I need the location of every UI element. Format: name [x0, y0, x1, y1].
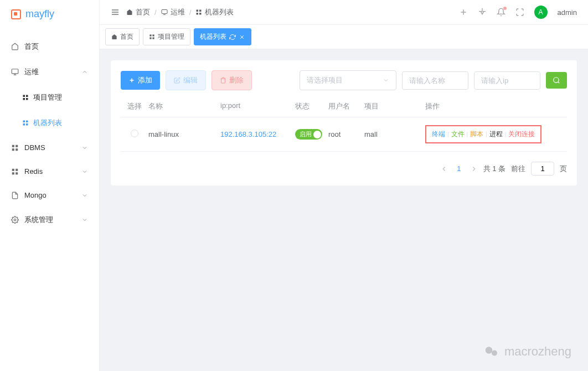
fullscreen-icon[interactable] — [515, 8, 524, 17]
edit-button[interactable]: 编辑 — [166, 70, 206, 90]
sidebar-item-dbms[interactable]: DBMS — [0, 136, 99, 159]
grid-icon — [11, 144, 19, 152]
trash-icon — [220, 77, 226, 84]
logo[interactable]: mayfly — [0, 0, 99, 28]
ip-input[interactable] — [474, 71, 540, 90]
plus-icon[interactable] — [459, 8, 468, 17]
delete-button[interactable]: 删除 — [212, 70, 252, 90]
svg-rect-23 — [162, 10, 167, 14]
svg-rect-12 — [16, 145, 18, 147]
tab-project[interactable]: 项目管理 — [143, 28, 190, 45]
svg-rect-10 — [26, 123, 28, 126]
bell-icon[interactable] — [497, 8, 506, 17]
header: 首页 / 运维 / 机器列表 — [100, 0, 588, 25]
sidebar-item-label: Mongo — [24, 191, 81, 199]
sidebar-item-ops[interactable]: 运维 — [0, 59, 99, 85]
edit-icon — [174, 77, 180, 84]
sidebar-subitem-machine[interactable]: 机器列表 — [0, 110, 99, 136]
notification-dot — [503, 7, 507, 10]
row-status: 启用 — [295, 129, 328, 140]
col-header-user: 用户名 — [328, 101, 364, 111]
svg-rect-9 — [23, 123, 25, 126]
action-close[interactable]: 关闭连接 — [508, 130, 535, 139]
col-header-name: 名称 — [148, 101, 220, 111]
tab-label: 机器列表 — [200, 32, 226, 42]
home-icon — [111, 34, 117, 40]
action-file[interactable]: 文件 — [451, 130, 465, 139]
search-icon — [553, 76, 560, 84]
add-button[interactable]: 添加 — [121, 71, 160, 90]
breadcrumb-item[interactable]: 首页 — [126, 7, 150, 17]
watermark: macrozheng — [483, 343, 571, 360]
sidebar-item-label: 系统管理 — [24, 215, 81, 225]
status-toggle[interactable]: 启用 — [295, 129, 322, 140]
svg-rect-32 — [149, 34, 151, 36]
table-header: 选择 名称 ip:port 状态 用户名 项目 操作 — [121, 96, 567, 117]
home-icon — [11, 43, 19, 50]
action-box: 终端 | 文件 | 脚本 | 进程 | 关闭连接 — [425, 125, 541, 143]
sidebar-item-system[interactable]: 系统管理 — [0, 207, 99, 233]
name-input[interactable] — [402, 71, 468, 90]
svg-rect-25 — [197, 10, 199, 12]
tab-label: 首页 — [120, 32, 133, 42]
svg-point-19 — [14, 219, 16, 221]
col-header-select: 选择 — [121, 101, 148, 111]
col-header-action: 操作 — [425, 101, 567, 111]
breadcrumb-separator: / — [154, 8, 157, 17]
page-goto-input[interactable] — [531, 162, 554, 176]
gear-icon[interactable] — [478, 8, 487, 17]
table: 选择 名称 ip:port 状态 用户名 项目 操作 mall-linux 19… — [121, 96, 567, 152]
username[interactable]: admin — [558, 8, 577, 17]
refresh-icon[interactable] — [229, 34, 236, 40]
breadcrumb-item[interactable]: 运维 — [161, 7, 185, 17]
pagination-goto-label: 前往 — [511, 164, 525, 174]
chevron-down-icon — [81, 168, 88, 175]
tabs: 首页 项目管理 机器列表 — [100, 25, 588, 49]
svg-point-40 — [554, 78, 559, 83]
col-header-status: 状态 — [295, 101, 328, 111]
svg-rect-13 — [12, 148, 14, 151]
svg-point-43 — [492, 351, 497, 356]
breadcrumb-item: 机器列表 — [195, 7, 234, 17]
action-script[interactable]: 脚本 — [470, 130, 483, 139]
breadcrumb: 首页 / 运维 / 机器列表 — [126, 7, 234, 17]
menu-toggle-icon[interactable] — [111, 8, 120, 17]
tab-home[interactable]: 首页 — [105, 28, 140, 45]
sidebar-subitem-project[interactable]: 项目管理 — [0, 85, 99, 110]
home-icon — [126, 9, 133, 16]
project-select[interactable]: 请选择项目 — [300, 70, 396, 90]
row-ip[interactable]: 192.168.3.105:22 — [220, 130, 295, 138]
svg-point-42 — [486, 347, 493, 354]
prev-page-icon[interactable] — [440, 165, 448, 173]
sidebar-item-label: 首页 — [24, 42, 88, 51]
tab-label: 项目管理 — [158, 32, 184, 42]
row-select[interactable] — [121, 130, 148, 139]
radio-icon — [131, 130, 138, 137]
pagination-total: 共 1 条 — [483, 164, 506, 174]
next-page-icon[interactable] — [470, 165, 478, 173]
sidebar-item-home[interactable]: 首页 — [0, 34, 99, 59]
chevron-down-icon — [81, 145, 88, 151]
monitor-icon — [11, 68, 19, 76]
wechat-icon — [483, 343, 500, 360]
sidebar-item-redis[interactable]: Redis — [0, 159, 99, 183]
svg-rect-16 — [16, 168, 18, 171]
page-number[interactable]: 1 — [453, 164, 464, 173]
sidebar-item-label: DBMS — [24, 143, 81, 152]
table-row: mall-linux 192.168.3.105:22 启用 root mall — [121, 117, 567, 152]
sidebar-item-mongo[interactable]: Mongo — [0, 183, 99, 207]
close-icon[interactable] — [239, 34, 245, 40]
gear-icon — [11, 216, 19, 224]
svg-rect-17 — [12, 172, 14, 174]
action-terminal[interactable]: 终端 — [432, 130, 445, 139]
tab-machine[interactable]: 机器列表 — [194, 28, 251, 45]
grid-icon — [22, 120, 29, 126]
avatar[interactable]: A — [534, 6, 548, 19]
chevron-down-icon — [81, 217, 88, 223]
grid-icon — [22, 94, 29, 101]
sidebar-item-label: Redis — [24, 167, 81, 176]
action-process[interactable]: 进程 — [489, 130, 503, 139]
search-button[interactable] — [546, 72, 567, 89]
svg-rect-18 — [16, 172, 18, 174]
breadcrumb-separator: / — [189, 8, 192, 17]
